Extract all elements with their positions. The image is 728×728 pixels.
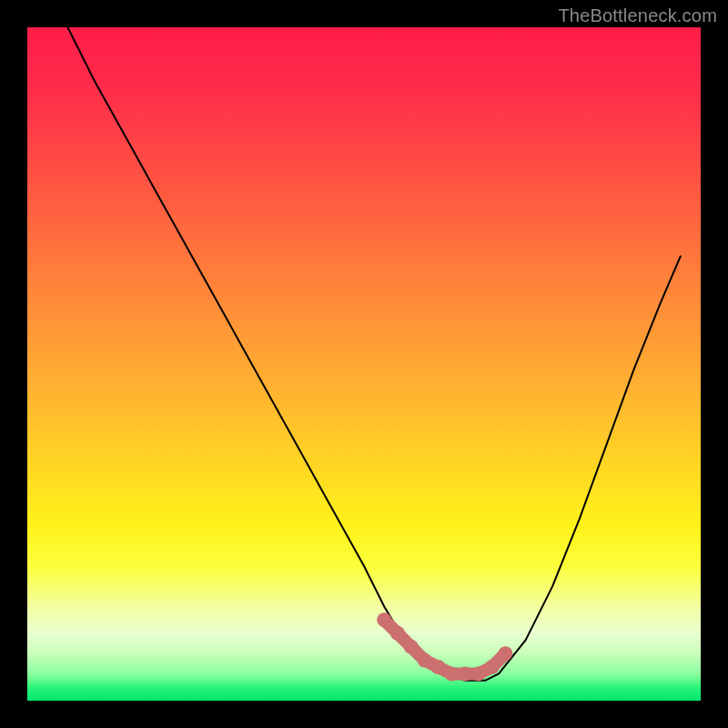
valley-marker — [498, 646, 512, 661]
chart-frame: TheBottleneck.com — [0, 0, 728, 728]
valley-marker — [390, 626, 405, 641]
valley-marker — [430, 660, 445, 674]
valley-marker — [377, 612, 391, 627]
valley-marker — [418, 653, 432, 668]
valley-marker — [485, 660, 500, 674]
valley-marker — [471, 666, 486, 681]
valley-marker — [404, 640, 419, 654]
watermark-text: TheBottleneck.com — [558, 5, 717, 26]
plot-area — [27, 27, 701, 701]
curve-svg — [27, 27, 701, 701]
valley-marker — [458, 666, 472, 681]
valley-marker — [444, 666, 459, 681]
bottleneck-curve — [67, 27, 680, 681]
valley-markers — [377, 612, 512, 681]
